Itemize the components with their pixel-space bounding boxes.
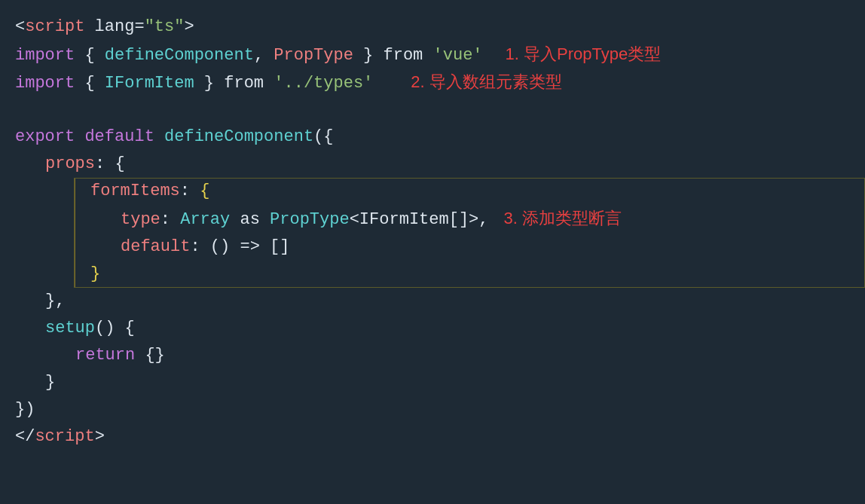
code-text: </ bbox=[15, 423, 35, 450]
code-text: from bbox=[224, 70, 264, 96]
code-text: lang= bbox=[84, 14, 144, 40]
code-text: props bbox=[45, 151, 95, 177]
code-text: '../types' bbox=[264, 70, 373, 96]
annotation-1: 1. 导入PropType类型 bbox=[506, 41, 662, 67]
code-text bbox=[154, 124, 164, 150]
code-text: } bbox=[45, 369, 55, 396]
code-text: : { bbox=[95, 151, 125, 177]
code-line-1: <script lang="ts"> bbox=[15, 14, 865, 41]
code-line-10: } bbox=[75, 261, 865, 288]
code-text: defineComponent bbox=[105, 42, 254, 69]
code-text: defineComponent bbox=[164, 124, 313, 150]
code-text: type bbox=[121, 206, 160, 233]
code-text: { bbox=[200, 178, 209, 204]
code-text: 'vue' bbox=[423, 42, 482, 69]
code-text: PropType bbox=[274, 42, 353, 69]
code-line-3: import { IFormItem } from '../types' 2. … bbox=[15, 69, 865, 96]
code-text: formItems bbox=[90, 178, 180, 204]
code-line-13: return {} bbox=[15, 342, 865, 369]
annotation-2: 2. 导入数组元素类型 bbox=[411, 69, 561, 95]
code-text: default bbox=[121, 234, 190, 260]
code-text: "ts" bbox=[145, 14, 185, 40]
code-text: }) bbox=[15, 396, 35, 423]
code-keyword: import bbox=[15, 42, 75, 69]
code-line-4 bbox=[15, 96, 865, 124]
code-text: <IFormItem[]>, bbox=[350, 206, 489, 233]
code-text: > bbox=[95, 423, 105, 450]
code-text: script bbox=[25, 14, 84, 40]
code-text: IFormItem bbox=[105, 70, 194, 96]
code-line-2: import { defineComponent, PropType } fro… bbox=[15, 41, 865, 69]
code-text: { bbox=[75, 70, 105, 96]
code-line-14: } bbox=[15, 369, 865, 396]
formitems-block: formItems: { type: Array as PropType<IFo… bbox=[75, 178, 865, 287]
code-text: from bbox=[384, 42, 423, 69]
code-keyword: export bbox=[15, 124, 75, 150]
code-editor: <script lang="ts"> import { defineCompon… bbox=[0, 0, 865, 504]
code-line-8: type: Array as PropType<IFormItem[]>, 3.… bbox=[75, 205, 865, 233]
code-text: { bbox=[75, 42, 105, 69]
code-line-7: formItems: { bbox=[75, 178, 865, 205]
code-text: : () => [] bbox=[190, 234, 289, 260]
code-text: script bbox=[35, 423, 94, 450]
code-text: as bbox=[230, 206, 270, 233]
code-line-12: setup() { bbox=[15, 315, 865, 342]
code-text: > bbox=[184, 14, 194, 40]
code-line-16: </script> bbox=[15, 423, 865, 451]
code-text: < bbox=[15, 14, 25, 40]
code-line-11: }, bbox=[15, 288, 865, 315]
code-text: () { bbox=[95, 315, 135, 341]
code-text: Array bbox=[180, 206, 230, 233]
code-keyword: default bbox=[84, 124, 154, 150]
code-text: PropType bbox=[270, 206, 350, 233]
code-text bbox=[75, 124, 84, 150]
code-text: } bbox=[194, 70, 225, 96]
code-text: } bbox=[353, 42, 384, 69]
code-line-15: }) bbox=[15, 396, 865, 423]
code-text: , bbox=[254, 42, 274, 69]
code-text: }, bbox=[45, 288, 65, 314]
code-text: setup bbox=[45, 315, 95, 341]
code-text: : bbox=[160, 206, 180, 233]
annotation-3: 3. 添加类型断言 bbox=[504, 205, 622, 231]
code-keyword: import bbox=[15, 70, 75, 96]
code-line-5: export default defineComponent({ bbox=[15, 124, 865, 151]
code-text: {} bbox=[135, 342, 165, 368]
code-keyword: return bbox=[75, 342, 135, 368]
code-line-6: props: { bbox=[15, 151, 865, 178]
code-text: ({ bbox=[313, 124, 333, 150]
code-text: } bbox=[90, 261, 100, 287]
code-line-9: default: () => [] bbox=[75, 234, 865, 261]
code-text: : bbox=[180, 178, 200, 204]
